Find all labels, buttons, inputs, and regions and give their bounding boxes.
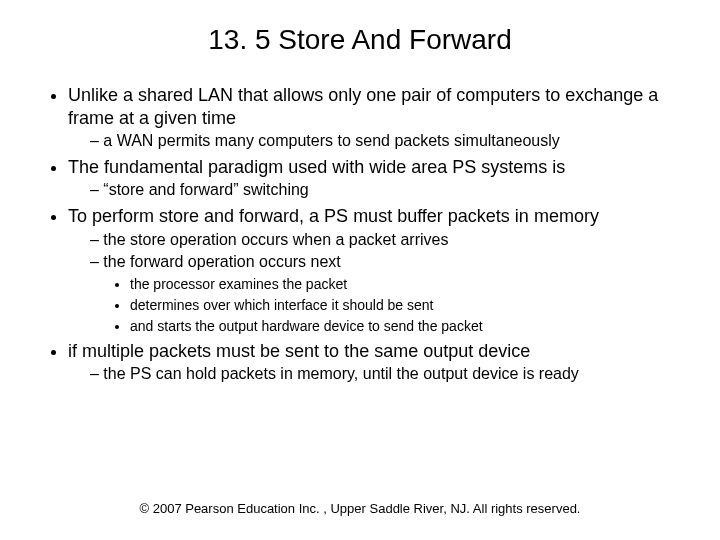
bullet-2-text: The fundamental paradigm used with wide … [68,157,565,177]
bullet-3-2-2-text: determines over which interface it shoul… [130,297,434,313]
bullet-4-1: the PS can hold packets in memory, until… [90,364,680,385]
bullet-1-1-text: a WAN permits many computers to send pac… [103,132,559,149]
bullet-3-2-sub: the processor examines the packet determ… [90,275,680,336]
bullet-4-sub: the PS can hold packets in memory, until… [68,364,680,385]
bullet-3-sub: the store operation occurs when a packet… [68,230,680,336]
bullet-1-1: a WAN permits many computers to send pac… [90,131,680,152]
bullet-3-2-3: and starts the output hardware device to… [130,317,680,336]
bullet-3: To perform store and forward, a PS must … [68,205,680,336]
bullet-3-2-3-text: and starts the output hardware device to… [130,318,483,334]
bullet-3-2-2: determines over which interface it shoul… [130,296,680,315]
bullet-3-2-1: the processor examines the packet [130,275,680,294]
bullet-4-1-text: the PS can hold packets in memory, until… [103,365,579,382]
copyright-footer: © 2007 Pearson Education Inc. , Upper Sa… [0,501,720,516]
bullet-3-1: the store operation occurs when a packet… [90,230,680,251]
bullet-2: The fundamental paradigm used with wide … [68,156,680,201]
bullet-2-1-text: “store and forward” switching [103,181,308,198]
bullet-4: if multiple packets must be sent to the … [68,340,680,385]
bullet-3-text: To perform store and forward, a PS must … [68,206,599,226]
bullet-3-2-1-text: the processor examines the packet [130,276,347,292]
bullet-2-sub: “store and forward” switching [68,180,680,201]
bullet-3-2-text: the forward operation occurs next [103,253,340,270]
bullet-list: Unlike a shared LAN that allows only one… [40,84,680,385]
bullet-1: Unlike a shared LAN that allows only one… [68,84,680,152]
bullet-4-text: if multiple packets must be sent to the … [68,341,530,361]
bullet-3-1-text: the store operation occurs when a packet… [103,231,448,248]
slide: 13. 5 Store And Forward Unlike a shared … [0,0,720,540]
bullet-1-sub: a WAN permits many computers to send pac… [68,131,680,152]
bullet-1-text: Unlike a shared LAN that allows only one… [68,85,658,128]
bullet-2-1: “store and forward” switching [90,180,680,201]
slide-title: 13. 5 Store And Forward [40,24,680,56]
bullet-3-2: the forward operation occurs next the pr… [90,252,680,335]
